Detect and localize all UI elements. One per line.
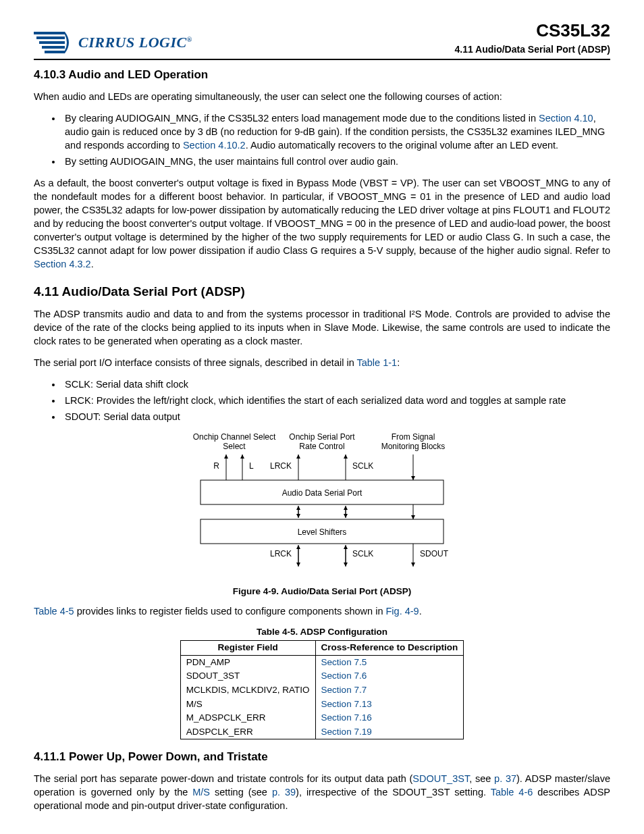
link-section-ref[interactable]: Section 7.7: [321, 685, 367, 695]
signal-list: SCLK: Serial data shift clock LRCK: Prov…: [62, 377, 610, 423]
paragraph: As a default, the boost converter's outp…: [34, 176, 610, 271]
svg-text:SCLK: SCLK: [352, 549, 373, 558]
company-logo: CIRRUS LOGIC®: [34, 29, 192, 56]
register-field-cell: M_ADSPCLK_ERR: [180, 711, 315, 725]
link-section-4-10[interactable]: Section 4.10: [539, 113, 593, 124]
svg-text:Monitoring Blocks: Monitoring Blocks: [381, 442, 446, 451]
link-sdout-3st[interactable]: SDOUT_3ST: [412, 773, 469, 784]
svg-rect-3: [42, 46, 65, 49]
page-header: CIRRUS LOGIC® CS35L32 4.11 Audio/Data Se…: [34, 19, 610, 60]
part-number: CS35L32: [454, 19, 610, 43]
link-m-s[interactable]: M/S: [192, 787, 210, 798]
bullet-list: By clearing AUDIOGAIN_MNG, if the CS35L3…: [62, 111, 610, 168]
cross-ref-cell: Section 7.16: [315, 711, 464, 725]
heading-4-10-3: 4.10.3 Audio and LED Operation: [34, 67, 610, 82]
diagram-label: Onchip Serial Port: [289, 432, 355, 442]
heading-4-11-1: 4.11.1 Power Up, Power Down, and Tristat…: [34, 749, 610, 764]
diagram-box-label: Level Shifters: [298, 527, 347, 537]
diagram-label: Onchip Channel Select: [193, 432, 276, 442]
cross-ref-cell: Section 7.5: [315, 655, 464, 669]
table-row: M/SSection 7.13: [180, 698, 463, 712]
table-adsp-configuration: Register Field Cross-Reference to Descri…: [180, 640, 464, 739]
link-section-4-10-2[interactable]: Section 4.10.2: [183, 140, 246, 151]
svg-text:L: L: [249, 461, 254, 471]
link-p37[interactable]: p. 37: [494, 773, 516, 784]
list-item: SCLK: Serial data shift clock: [62, 377, 610, 391]
link-section-ref[interactable]: Section 7.13: [321, 699, 372, 709]
svg-rect-4: [45, 51, 65, 53]
header-right: CS35L32 4.11 Audio/Data Serial Port (ADS…: [454, 19, 610, 56]
paragraph: When audio and LEDs are operating simult…: [34, 90, 610, 103]
table-row: ADSPCLK_ERRSection 7.19: [180, 725, 463, 739]
diagram-label: From Signal: [392, 432, 435, 442]
svg-text:SDOUT: SDOUT: [420, 549, 449, 558]
table-header: Cross-Reference to Description: [315, 641, 464, 656]
list-item: LRCK: Provides the left/right clock, whi…: [62, 394, 610, 407]
table-row: PDN_AMPSection 7.5: [180, 655, 463, 669]
cross-ref-cell: Section 7.6: [315, 669, 464, 683]
paragraph: The ADSP transmits audio and data to and…: [34, 307, 610, 348]
paragraph: The serial port has separate power-down …: [34, 772, 610, 812]
link-section-ref[interactable]: Section 7.6: [321, 671, 367, 681]
heading-4-11: 4.11 Audio/Data Serial Port (ADSP): [34, 283, 610, 301]
svg-text:LRCK: LRCK: [270, 549, 292, 558]
table-header: Register Field: [180, 641, 315, 656]
register-field-cell: PDN_AMP: [180, 655, 315, 669]
logo-icon: [34, 29, 73, 56]
svg-text:LRCK: LRCK: [270, 461, 292, 471]
register-field-cell: M/S: [180, 698, 315, 712]
svg-text:R: R: [213, 461, 219, 471]
list-item: SDOUT: Serial data output: [62, 410, 610, 423]
link-fig-4-9[interactable]: Fig. 4-9: [385, 606, 419, 617]
svg-text:SCLK: SCLK: [352, 461, 373, 471]
table-row: SDOUT_3STSection 7.6: [180, 669, 463, 683]
link-table-4-5[interactable]: Table 4-5: [34, 606, 74, 617]
register-field-cell: ADSPCLK_ERR: [180, 725, 315, 739]
header-section-label: 4.11 Audio/Data Serial Port (ADSP): [454, 43, 610, 56]
paragraph: The serial port I/O interface consists o…: [34, 356, 610, 369]
svg-rect-0: [34, 32, 65, 34]
svg-text:Rate Control: Rate Control: [299, 442, 344, 451]
table-row: MCLKDIS, MCLKDIV2, RATIOSection 7.7: [180, 683, 463, 698]
table-row: M_ADSPCLK_ERRSection 7.16: [180, 711, 463, 725]
link-table-1-1[interactable]: Table 1-1: [356, 357, 397, 368]
svg-rect-2: [39, 41, 65, 44]
register-field-cell: MCLKDIS, MCLKDIV2, RATIO: [180, 683, 315, 698]
link-p39[interactable]: p. 39: [272, 787, 296, 798]
cross-ref-cell: Section 7.13: [315, 698, 464, 712]
figure-4-9-diagram: Onchip Channel Select Select Onchip Seri…: [34, 432, 610, 580]
table-caption: Table 4-5. ADSP Configuration: [34, 626, 610, 639]
link-section-4-3-2[interactable]: Section 4.3.2: [34, 259, 91, 269]
list-item: By setting AUDIOGAIN_MNG, the user maint…: [62, 155, 610, 168]
list-item: By clearing AUDIOGAIN_MNG, if the CS35L3…: [62, 111, 610, 152]
figure-caption: Figure 4-9. Audio/Data Serial Port (ADSP…: [34, 585, 610, 598]
cross-ref-cell: Section 7.19: [315, 725, 464, 739]
paragraph: Table 4-5 provides links to register fie…: [34, 604, 610, 618]
diagram-box-label: Audio Data Serial Port: [282, 488, 363, 498]
svg-rect-1: [36, 36, 65, 39]
register-field-cell: SDOUT_3ST: [180, 669, 315, 683]
svg-text:Select: Select: [223, 442, 246, 451]
logo-text: CIRRUS LOGIC®: [78, 32, 192, 53]
link-section-ref[interactable]: Section 7.5: [321, 657, 367, 667]
cross-ref-cell: Section 7.7: [315, 683, 464, 698]
link-section-ref[interactable]: Section 7.19: [321, 727, 372, 737]
link-table-4-6[interactable]: Table 4-6: [491, 787, 533, 798]
link-section-ref[interactable]: Section 7.16: [321, 712, 372, 723]
